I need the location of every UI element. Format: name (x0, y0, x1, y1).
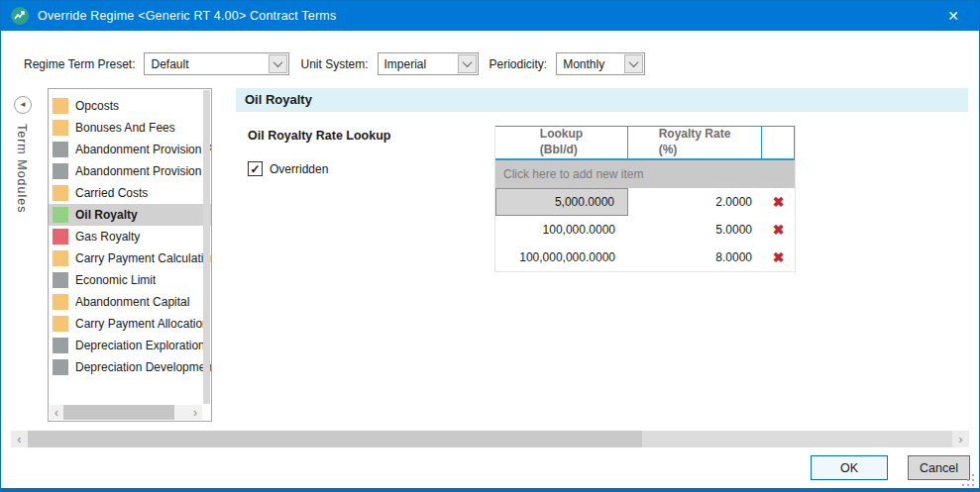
module-label: Abandonment Provision (75, 164, 201, 178)
regime-term-preset-label: Regime Term Preset: (24, 57, 135, 71)
add-new-item-row[interactable]: Click here to add new item (495, 160, 795, 188)
rate-value-cell[interactable]: 8.0000 (628, 244, 762, 271)
app-icon (11, 7, 29, 25)
sidebar-module-item[interactable]: Depreciation Development (49, 356, 211, 378)
module-color-swatch (53, 272, 68, 288)
overridden-row: ✓ Overridden (248, 161, 328, 176)
module-list: Opcosts Bonuses And Fees Abandonment Pro… (48, 88, 212, 422)
scroll-right-icon[interactable]: › (952, 431, 969, 447)
module-color-swatch (53, 207, 68, 223)
module-color-swatch (53, 185, 68, 201)
sidebar-module-item[interactable]: Abandonment Provision (49, 160, 211, 182)
module-list-vertical-scrollbar[interactable] (203, 90, 210, 404)
module-label: Abandonment Provision P (75, 143, 211, 156)
ok-button[interactable]: OK (811, 455, 888, 480)
unit-system-value: Imperial (379, 57, 457, 71)
lookup-table-header: Lookup (Bbl/d) Royalty Rate (%) (495, 126, 795, 160)
periodicity-label: Periodicity: (490, 57, 548, 71)
collapse-left-icon: ◄ (19, 101, 27, 109)
module-list-items: Opcosts Bonuses And Fees Abandonment Pro… (49, 95, 211, 378)
resize-grip[interactable] (962, 474, 974, 486)
module-label: Abandonment Capital (75, 295, 189, 309)
chevron-down-icon[interactable] (458, 54, 477, 73)
module-list-horizontal-scrollbar[interactable]: ‹ › (50, 405, 202, 420)
scroll-right-icon[interactable]: › (188, 405, 202, 420)
term-modules-tab-label: Term Modules (15, 124, 29, 214)
unit-system-select[interactable]: Imperial (378, 52, 479, 75)
scrollbar-thumb[interactable] (28, 431, 642, 447)
module-color-swatch (53, 120, 68, 136)
rate-value-cell[interactable]: 2.0000 (628, 188, 762, 216)
lookup-table-body: 5,000.0000 2.0000 ✖ 100,000.0000 5.0000 … (495, 188, 795, 271)
module-label: Oil Royalty (75, 208, 138, 222)
main-horizontal-scrollbar[interactable]: ‹ › (11, 431, 969, 447)
regime-term-preset-select[interactable]: Default (144, 52, 289, 75)
module-color-swatch (53, 98, 68, 114)
sidebar-module-item[interactable]: Carry Payment Calculation (49, 247, 211, 269)
chevron-down-icon[interactable] (624, 54, 643, 73)
section-title: Oil Royalty (236, 88, 968, 112)
scrollbar-thumb[interactable] (63, 405, 174, 420)
module-label: Carry Payment Calculation (75, 251, 211, 265)
lookup-table-row: 100,000.0000 5.0000 ✖ (495, 216, 795, 244)
lookup-title: Oil Royalty Rate Lookup (248, 129, 390, 143)
chevron-down-icon[interactable] (269, 54, 287, 73)
column-header-actions (762, 127, 795, 158)
lookup-value-cell[interactable]: 100,000.0000 (495, 216, 628, 244)
module-label: Bonuses And Fees (75, 121, 175, 135)
sidebar-module-item[interactable]: Opcosts (49, 95, 211, 117)
scroll-left-icon[interactable]: ‹ (11, 431, 28, 447)
lookup-value-cell[interactable]: 100,000,000.0000 (495, 244, 628, 271)
sidebar-module-item[interactable]: Economic Limit (49, 269, 211, 291)
module-label: Carried Costs (75, 186, 148, 200)
module-label: Carry Payment Allocation (75, 317, 209, 331)
module-label: Opcosts (75, 99, 119, 113)
cancel-button[interactable]: Cancel (908, 455, 970, 480)
unit-system-label: Unit System: (300, 57, 368, 71)
module-color-swatch (53, 359, 68, 375)
module-color-swatch (53, 142, 68, 157)
module-label: Depreciation Development (75, 360, 211, 374)
module-label: Depreciation Exploration (75, 339, 205, 352)
overridden-label: Overridden (270, 162, 328, 176)
titlebar: Override Regime <Generic RT 4.00> Contra… (1, 1, 979, 31)
lookup-table: Lookup (Bbl/d) Royalty Rate (%) Click he… (494, 126, 796, 272)
overridden-checkbox[interactable]: ✓ (248, 161, 263, 176)
lookup-table-row: 5,000.0000 2.0000 ✖ (495, 188, 795, 216)
sidebar-module-item[interactable]: Abandonment Provision P (49, 139, 211, 160)
rate-value-cell[interactable]: 5.0000 (628, 216, 762, 244)
sidebar-module-item[interactable]: Abandonment Capital (49, 291, 211, 313)
dialog-window: Override Regime <Generic RT 4.00> Contra… (0, 0, 980, 492)
module-color-swatch (53, 316, 68, 332)
scroll-left-icon[interactable]: ‹ (50, 405, 63, 420)
sidebar-module-item[interactable]: Carry Payment Allocation (49, 313, 211, 335)
lookup-table-row: 100,000,000.0000 8.0000 ✖ (495, 244, 795, 271)
periodicity-value: Monthly (557, 57, 623, 71)
module-color-swatch (53, 338, 68, 353)
delete-row-button[interactable]: ✖ (762, 244, 795, 271)
sidebar-module-item[interactable]: Oil Royalty (49, 204, 211, 226)
module-color-swatch (53, 250, 68, 266)
regime-term-preset-value: Default (145, 57, 268, 71)
module-label: Economic Limit (75, 273, 156, 287)
module-label: Gas Royalty (75, 230, 140, 244)
sidebar-module-item[interactable]: Depreciation Exploration (49, 335, 211, 356)
sidebar-module-item[interactable]: Bonuses And Fees (49, 117, 211, 139)
close-icon[interactable]: ✕ (933, 1, 973, 31)
module-color-swatch (53, 294, 68, 310)
column-header-royalty-rate: Royalty Rate (%) (628, 127, 762, 158)
collapse-panel-button[interactable]: ◄ (14, 96, 32, 114)
sidebar-module-item[interactable]: Carried Costs (49, 182, 211, 204)
delete-row-button[interactable]: ✖ (762, 216, 795, 244)
module-color-swatch (53, 163, 68, 179)
sidebar-module-item[interactable]: Gas Royalty (49, 226, 211, 247)
toolbar: Regime Term Preset: Default Unit System:… (24, 52, 656, 75)
window-title: Override Regime <Generic RT 4.00> Contra… (38, 9, 336, 23)
lookup-value-cell[interactable]: 5,000.0000 (495, 188, 628, 216)
module-color-swatch (53, 229, 68, 245)
periodicity-select[interactable]: Monthly (556, 52, 645, 75)
delete-row-button[interactable]: ✖ (762, 188, 795, 216)
column-header-lookup: Lookup (Bbl/d) (495, 127, 628, 158)
